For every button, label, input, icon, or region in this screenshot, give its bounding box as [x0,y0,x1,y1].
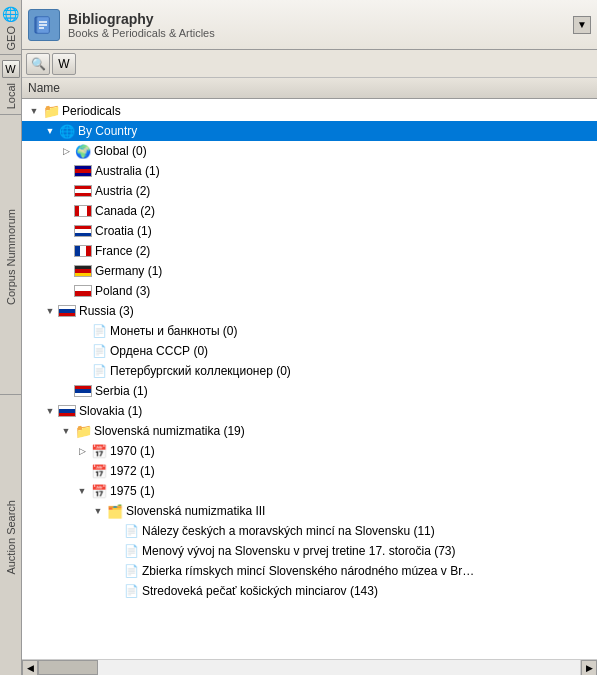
corpus-label: Corpus Nummorum [5,209,17,305]
tree-node-slovenska[interactable]: ▼ 📁 Slovenská numizmatika (19) [22,421,597,441]
node-label-australia: Australia (1) [95,164,160,178]
folder-small-icon: 🗂️ [106,503,124,519]
tree-node-austria[interactable]: Austria (2) [22,181,597,201]
header: Bibliography Books & Periodicals & Artic… [22,0,597,50]
doc-icon-art3: 📄 [122,563,140,579]
tree-node-1972[interactable]: 📅 1972 (1) [22,461,597,481]
expand-poland[interactable] [58,283,74,299]
tree-container[interactable]: ▼ 📁 Periodicals ▼ 🌐 By Country ▷ 🌍 Globa… [22,99,597,659]
node-label-france: France (2) [95,244,150,258]
folder-icon-slovenska: 📁 [74,423,92,439]
expand-canada[interactable] [58,203,74,219]
node-label-serbia: Serbia (1) [95,384,148,398]
node-label-periodicals: Periodicals [62,104,121,118]
tree-node-russia-3[interactable]: 📄 Петербургский коллекционер (0) [22,361,597,381]
node-label-1975: 1975 (1) [110,484,155,498]
node-label-germany: Germany (1) [95,264,162,278]
node-label-russia-1: Монеты и банкноты (0) [110,324,238,338]
scroll-left-button[interactable]: ◀ [22,660,38,676]
tree-node-poland[interactable]: Poland (3) [22,281,597,301]
header-title: Bibliography [68,11,215,27]
expand-art4[interactable] [106,583,122,599]
tree-node-croatia[interactable]: Croatia (1) [22,221,597,241]
tree-node-1975[interactable]: ▼ 📅 1975 (1) [22,481,597,501]
expand-art1[interactable] [106,523,122,539]
corpus-tab[interactable]: Corpus Nummorum [0,115,22,396]
toolbar: 🔍 W [22,50,597,78]
tree-node-australia[interactable]: Australia (1) [22,161,597,181]
expand-slovakia[interactable]: ▼ [42,403,58,419]
expand-australia[interactable] [58,163,74,179]
expand-germany[interactable] [58,263,74,279]
tree-node-france[interactable]: France (2) [22,241,597,261]
expand-russia-3[interactable] [74,363,90,379]
node-label-slovenska: Slovenská numizmatika (19) [94,424,245,438]
tree-node-slov3[interactable]: ▼ 🗂️ Slovenská numizmatika III [22,501,597,521]
flag-poland [74,285,92,297]
geo-icon: 🌐 [2,6,19,22]
tree-node-global[interactable]: ▷ 🌍 Global (0) [22,141,597,161]
expand-periodicals[interactable]: ▼ [26,103,42,119]
expand-by-country[interactable]: ▼ [42,123,58,139]
tree-node-art4[interactable]: 📄 Stredoveká pečať košických minciarov (… [22,581,597,601]
main-panel: Bibliography Books & Periodicals & Artic… [22,0,597,675]
expand-serbia[interactable] [58,383,74,399]
node-label-art1: Nálezy českých a moravských mincí na Slo… [142,524,435,538]
tree-node-art2[interactable]: 📄 Menový vývoj na Slovensku v prvej tret… [22,541,597,561]
expand-slovenska[interactable]: ▼ [58,423,74,439]
doc-icon-russia-1: 📄 [90,323,108,339]
tree-node-by-country[interactable]: ▼ 🌐 By Country [22,121,597,141]
name-column-label: Name [28,81,60,95]
tree-node-slovakia[interactable]: ▼ Slovakia (1) [22,401,597,421]
sidebar-panel: 🌐 GEO W Local Corpus Nummorum Auction Se… [0,0,22,675]
node-label-art4: Stredoveká pečať košických minciarov (14… [142,584,378,598]
scroll-right-button[interactable]: ▶ [581,660,597,676]
tree-node-russia[interactable]: ▼ Russia (3) [22,301,597,321]
node-label-art2: Menový vývoj na Slovensku v prvej tretin… [142,544,455,558]
expand-global[interactable]: ▷ [58,143,74,159]
expand-art3[interactable] [106,563,122,579]
expand-russia[interactable]: ▼ [42,303,58,319]
doc-icon-art2: 📄 [122,543,140,559]
node-label-global: Global (0) [94,144,147,158]
tree-node-periodicals[interactable]: ▼ 📁 Periodicals [22,101,597,121]
scroll-thumb[interactable] [38,660,98,675]
flag-france [74,245,92,257]
node-label-russia: Russia (3) [79,304,134,318]
node-label-russia-2: Ордена СССР (0) [110,344,208,358]
expand-france[interactable] [58,243,74,259]
tree-node-art1[interactable]: 📄 Nálezy českých a moravských mincí na S… [22,521,597,541]
expand-croatia[interactable] [58,223,74,239]
tree-node-germany[interactable]: Germany (1) [22,261,597,281]
header-dropdown-button[interactable]: ▼ [573,16,591,34]
node-label-by-country: By Country [78,124,137,138]
expand-1972[interactable] [74,463,90,479]
tree-node-russia-2[interactable]: 📄 Ордена СССР (0) [22,341,597,361]
expand-1975[interactable]: ▼ [74,483,90,499]
expand-russia-1[interactable] [74,323,90,339]
header-text: Bibliography Books & Periodicals & Artic… [68,11,215,39]
tree-node-serbia[interactable]: Serbia (1) [22,381,597,401]
tree-node-russia-1[interactable]: 📄 Монеты и банкноты (0) [22,321,597,341]
expand-art2[interactable] [106,543,122,559]
doc-icon-art1: 📄 [122,523,140,539]
tree-node-1970[interactable]: ▷ 📅 1970 (1) [22,441,597,461]
auction-tab[interactable]: Auction Search [0,395,22,675]
expand-slov3[interactable]: ▼ [90,503,106,519]
tree-node-canada[interactable]: Canada (2) [22,201,597,221]
expand-austria[interactable] [58,183,74,199]
expand-russia-2[interactable] [74,343,90,359]
tree-node-art3[interactable]: 📄 Zbierka rímskych mincí Slovenského nár… [22,561,597,581]
local-icon-btn[interactable]: W [2,60,20,78]
search-button[interactable]: 🔍 [26,53,50,75]
geo-tab[interactable]: 🌐 GEO [0,0,22,55]
flag-croatia [74,225,92,237]
local-tab[interactable]: W Local [0,55,22,114]
horizontal-scrollbar[interactable]: ◀ ▶ [22,659,597,675]
expand-1970[interactable]: ▷ [74,443,90,459]
word-button[interactable]: W [52,53,76,75]
globe-icon: 🌐 [58,123,76,139]
calendar-icon-1975: 📅 [90,483,108,499]
node-label-austria: Austria (2) [95,184,150,198]
scroll-track[interactable] [38,660,581,675]
